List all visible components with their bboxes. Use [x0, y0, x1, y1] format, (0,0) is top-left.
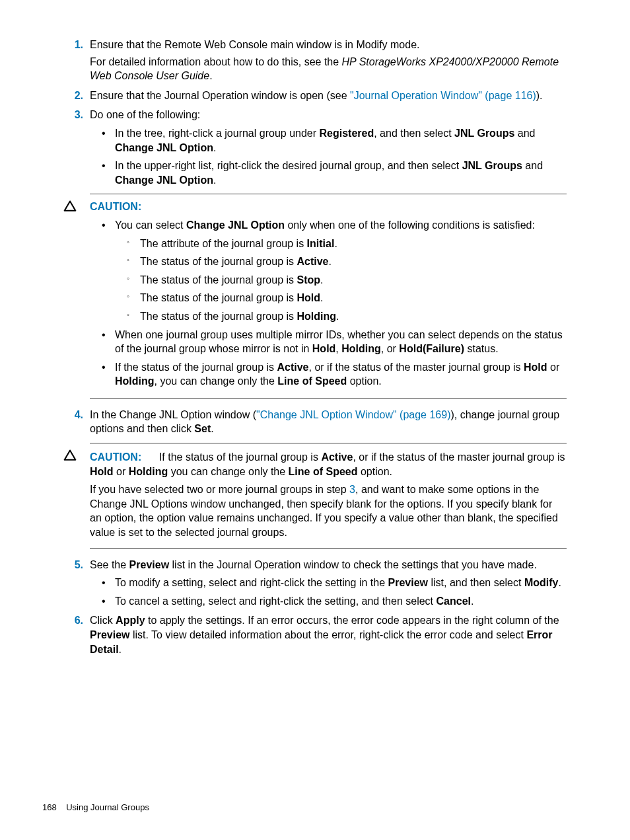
bold-text: Initial: [307, 238, 335, 249]
step-6: 6. Click Apply to apply the settings. If…: [63, 613, 567, 656]
bold-text: Hold: [297, 292, 320, 303]
text: and: [522, 160, 543, 171]
text: The status of the journal group is: [140, 274, 297, 286]
bold-text: Preview: [388, 577, 428, 588]
bold-text: Preview: [90, 629, 129, 640]
list-item: If the status of the journal group is Ac…: [90, 360, 567, 389]
cross-reference-link[interactable]: "Journal Operation Window" (page 116): [350, 90, 536, 101]
sub-bullet-list: The attribute of the journal group is In…: [115, 237, 567, 324]
list-item: The status of the journal group is Activ…: [115, 254, 567, 269]
bold-text: Stop: [297, 274, 320, 286]
text: only when one of the following condition…: [285, 219, 535, 231]
step-2: 2. Ensure that the Journal Operation win…: [63, 89, 567, 103]
bold-text: Active: [321, 451, 353, 463]
text: In the upper-right list, right-click the…: [115, 160, 462, 171]
text: .: [320, 274, 323, 286]
step-text: Click Apply to apply the settings. If an…: [90, 613, 567, 656]
text: The status of the journal group is: [140, 292, 297, 303]
caution-line: CAUTION: If the status of the journal gr…: [90, 450, 567, 478]
text: The attribute of the journal group is: [140, 238, 307, 249]
bold-text: Active: [297, 256, 328, 267]
bold-text: Line of Speed: [277, 375, 347, 387]
step-reference-link[interactable]: 3: [349, 484, 355, 495]
text: To cancel a setting, select and right-cl…: [115, 595, 437, 607]
caution-label: CAUTION:: [90, 201, 141, 212]
bold-text: Registered: [320, 128, 374, 139]
text: list. To view detailed information about…: [129, 629, 526, 640]
text: .: [213, 142, 216, 153]
text: See the: [90, 559, 129, 570]
bullet-list: To modify a setting, select and right-cl…: [90, 576, 567, 608]
bold-text: JNL Groups: [454, 128, 514, 139]
step-text: Do one of the following:: [90, 108, 567, 122]
text: If the status of the journal group is: [159, 451, 321, 463]
step-text: Ensure that the Journal Operation window…: [90, 89, 567, 103]
list-item: In the upper-right list, right-click the…: [90, 159, 567, 187]
bold-text: Holding: [297, 311, 336, 322]
text: ).: [536, 90, 543, 101]
text: .: [209, 70, 212, 81]
bold-text: Hold: [312, 343, 336, 354]
procedure-list: 1. Ensure that the Remote Web Console ma…: [63, 38, 567, 187]
bold-text: Holding: [129, 466, 168, 477]
text: option.: [357, 466, 392, 477]
bold-text: Change JNL Option: [186, 219, 285, 231]
caution-content: CAUTION: If the status of the journal gr…: [90, 450, 567, 540]
text: list, and then select: [428, 577, 524, 588]
bold-text: Cancel: [437, 595, 471, 607]
text: .: [336, 311, 339, 322]
bold-text: Set: [194, 423, 211, 434]
text: or: [114, 466, 129, 477]
step-text: See the Preview list in the Journal Oper…: [90, 558, 567, 572]
bold-text: Apply: [116, 615, 145, 626]
bold-text: Holding: [115, 375, 155, 387]
bold-text: Change JNL Option: [115, 142, 213, 153]
list-item: The status of the journal group is Holdi…: [115, 309, 567, 324]
text: and: [514, 128, 535, 139]
step-number: 3.: [63, 108, 83, 122]
text: to apply the settings. If an error occur…: [145, 615, 559, 626]
bold-text: JNL Groups: [462, 160, 522, 171]
bold-text: Change JNL Option: [115, 174, 213, 186]
text: you can change only the: [168, 466, 288, 477]
text: Ensure that the Journal Operation window…: [90, 90, 350, 101]
text: list in the Journal Operation window to …: [169, 559, 537, 570]
text: status.: [464, 343, 499, 354]
caution-block: CAUTION: If the status of the journal gr…: [90, 443, 567, 549]
bold-text: Preview: [129, 559, 169, 570]
step-number: 4.: [63, 408, 83, 422]
step-number: 2.: [63, 89, 83, 103]
step-text: In the Change JNL Option window ("Change…: [90, 408, 567, 436]
text: If the status of the journal group is: [115, 362, 277, 373]
page-number: 168: [42, 802, 57, 812]
list-item: To modify a setting, select and right-cl…: [90, 576, 567, 590]
step-number: 5.: [63, 558, 83, 572]
step-number: 6.: [63, 613, 83, 628]
step-3: 3. Do one of the following: In the tree,…: [63, 108, 567, 187]
list-item: In the tree, right-click a journal group…: [90, 126, 567, 155]
bold-text: Hold: [524, 362, 547, 373]
cross-reference-link[interactable]: "Change JNL Option Window" (page 169): [256, 409, 450, 420]
list-item: The attribute of the journal group is In…: [115, 237, 567, 251]
list-item: To cancel a setting, select and right-cl…: [90, 594, 567, 609]
bold-text: Line of Speed: [289, 466, 358, 477]
bullet-list: You can select Change JNL Option only wh…: [90, 218, 567, 389]
text: , you can change only the: [155, 375, 278, 387]
text: If you have selected two or more journal…: [90, 484, 349, 495]
bullet-list: In the tree, right-click a journal group…: [90, 126, 567, 187]
caution-label: CAUTION:: [90, 451, 141, 463]
text: .: [211, 423, 213, 434]
bold-text: Active: [277, 362, 308, 373]
document-page: 1. Ensure that the Remote Web Console ma…: [0, 0, 630, 681]
text: The status of the journal group is: [140, 311, 297, 322]
caution-triangle-icon: [63, 449, 77, 462]
caution-triangle-icon: [63, 200, 77, 213]
text: .: [471, 595, 473, 607]
text: The status of the journal group is: [140, 256, 297, 267]
text: .: [329, 256, 332, 267]
text: In the Change JNL Option window (: [90, 409, 256, 420]
text: For detailed information about how to do…: [90, 56, 342, 67]
caution-content: CAUTION: You can select Change JNL Optio…: [90, 200, 567, 389]
text: , or if the status of the master journal…: [309, 362, 524, 373]
step-1: 1. Ensure that the Remote Web Console ma…: [63, 38, 567, 83]
